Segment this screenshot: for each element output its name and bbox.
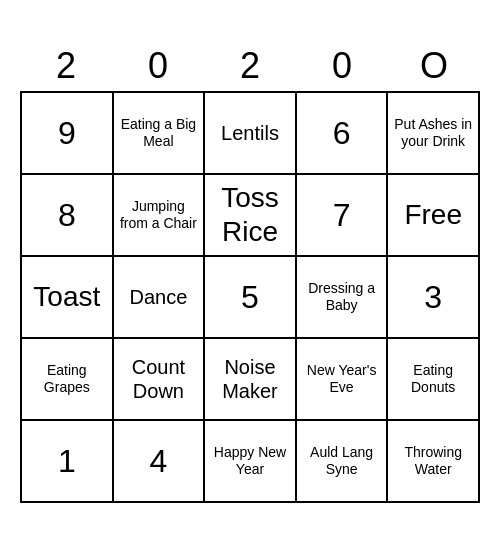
cell-15: Eating Grapes xyxy=(22,339,114,421)
cell-24: Throwing Water xyxy=(388,421,480,503)
cell-3: 6 xyxy=(297,93,389,175)
cell-8: 7 xyxy=(297,175,389,257)
header-col-2: 2 xyxy=(204,41,296,91)
cell-12: 5 xyxy=(205,257,297,339)
bingo-grid: 9Eating a Big MealLentils6Put Ashes in y… xyxy=(20,91,480,503)
cell-17: Noise Maker xyxy=(205,339,297,421)
header-col-4: O xyxy=(388,41,480,91)
cell-4: Put Ashes in your Drink xyxy=(388,93,480,175)
header-col-0: 2 xyxy=(20,41,112,91)
cell-14: 3 xyxy=(388,257,480,339)
cell-9: Free xyxy=(388,175,480,257)
cell-13: Dressing a Baby xyxy=(297,257,389,339)
header-col-3: 0 xyxy=(296,41,388,91)
header-col-1: 0 xyxy=(112,41,204,91)
bingo-card: 2020O 9Eating a Big MealLentils6Put Ashe… xyxy=(20,41,480,503)
cell-23: Auld Lang Syne xyxy=(297,421,389,503)
cell-2: Lentils xyxy=(205,93,297,175)
cell-5: 8 xyxy=(22,175,114,257)
cell-16: Count Down xyxy=(114,339,206,421)
cell-1: Eating a Big Meal xyxy=(114,93,206,175)
cell-19: Eating Donuts xyxy=(388,339,480,421)
cell-20: 1 xyxy=(22,421,114,503)
cell-7: Toss Rice xyxy=(205,175,297,257)
cell-21: 4 xyxy=(114,421,206,503)
cell-22: Happy New Year xyxy=(205,421,297,503)
cell-6: Jumping from a Chair xyxy=(114,175,206,257)
header-row: 2020O xyxy=(20,41,480,91)
cell-11: Dance xyxy=(114,257,206,339)
cell-18: New Year's Eve xyxy=(297,339,389,421)
cell-10: Toast xyxy=(22,257,114,339)
cell-0: 9 xyxy=(22,93,114,175)
